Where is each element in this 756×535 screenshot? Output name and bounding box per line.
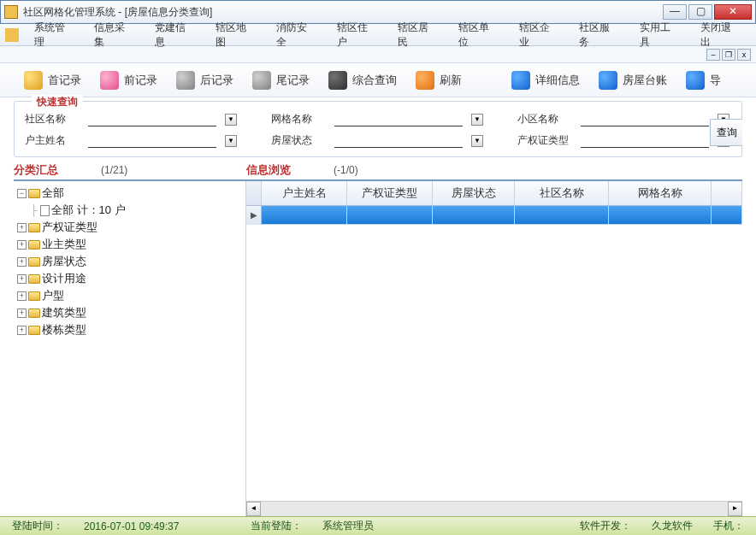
tree-all-detail[interactable]: ├ 全部 计：10 户 — [29, 202, 242, 219]
col-extra[interactable] — [712, 181, 742, 205]
menu-icon — [5, 28, 19, 42]
tb-first-record[interactable]: 首记录 — [17, 68, 88, 93]
tb-prev-record[interactable]: 前记录 — [93, 68, 164, 93]
menu-resident[interactable]: 辖区居民 — [387, 17, 448, 53]
expand-icon[interactable]: + — [17, 326, 27, 335]
tree-owner-type[interactable]: +业主类型 — [17, 236, 242, 253]
folder-icon — [28, 240, 40, 250]
expand-icon[interactable]: + — [17, 291, 27, 301]
info-browse-title: 信息浏览 — [246, 162, 291, 178]
toolbar: 首记录 前记录 后记录 尾记录 综合查询 刷新 详细信息 房屋台账 导 — [0, 63, 756, 97]
grid-name-input[interactable] — [334, 112, 463, 126]
tb-export[interactable]: 导 — [679, 68, 728, 93]
tree-root[interactable]: − 全部 — [17, 185, 242, 202]
col-community-name[interactable]: 社区名称 — [515, 181, 609, 205]
menu-exit[interactable]: 关闭退出 — [690, 17, 751, 53]
cert-type-input[interactable] — [581, 133, 709, 148]
menu-enterprise[interactable]: 辖区企业 — [509, 17, 570, 53]
scroll-track[interactable] — [261, 502, 728, 516]
xiaoqu-name-label: 小区名称 — [517, 112, 572, 126]
folder-icon — [28, 223, 40, 232]
expand-icon[interactable]: + — [17, 257, 27, 267]
cert-type-label: 产权证类型 — [517, 133, 572, 148]
scroll-left-button[interactable]: ◄ — [246, 502, 261, 516]
menu-info-collect[interactable]: 信息采集 — [84, 17, 145, 53]
owner-name-input[interactable] — [88, 133, 216, 148]
row-indicator-icon: ▶ — [246, 206, 262, 225]
expand-icon[interactable]: + — [17, 274, 27, 284]
next-record-icon — [176, 71, 195, 90]
first-record-icon — [24, 71, 43, 90]
info-count: (-1/0) — [334, 164, 358, 176]
grid-name-dropdown[interactable]: ▼ — [471, 114, 483, 126]
expand-icon[interactable]: + — [17, 309, 27, 318]
login-time: 2016-07-01 09:49:37 — [75, 520, 187, 532]
owner-name-dropdown[interactable]: ▼ — [225, 135, 237, 147]
document-icon — [40, 205, 50, 216]
tb-refresh[interactable]: 刷新 — [409, 68, 469, 93]
folder-icon — [28, 189, 40, 198]
expand-icon[interactable]: + — [17, 223, 27, 232]
community-name-label: 社区名称 — [25, 112, 80, 126]
tree-hu-type[interactable]: +户型 — [17, 287, 242, 304]
menu-map[interactable]: 辖区地图 — [205, 17, 266, 53]
community-name-dropdown[interactable]: ▼ — [225, 114, 237, 126]
tree-design-use[interactable]: +设计用途 — [17, 270, 242, 287]
login-time-label: 登陆时间： — [3, 519, 72, 533]
community-name-input[interactable] — [88, 112, 216, 126]
mdi-minimize[interactable]: – — [706, 49, 720, 61]
tree-house-status[interactable]: +房屋状态 — [17, 253, 242, 270]
refresh-icon — [416, 71, 434, 90]
grid-name-label: 网格名称 — [271, 112, 326, 126]
tb-house-ledger[interactable]: 房屋台账 — [592, 68, 674, 93]
app-icon — [4, 5, 18, 19]
search-button[interactable]: 查询 — [710, 119, 742, 146]
grid-row-selected[interactable]: ▶ — [246, 206, 742, 225]
tb-next-record[interactable]: 后记录 — [169, 68, 240, 93]
mdi-restore[interactable]: ❐ — [722, 49, 735, 61]
menubar: 系统管理 信息采集 党建信息 辖区地图 消防安全 辖区住户 辖区居民 辖区单位 … — [0, 24, 756, 46]
dev-label: 软件开发： — [571, 519, 640, 533]
menu-service[interactable]: 社区服务 — [569, 17, 629, 53]
col-cert-type[interactable]: 产权证类型 — [347, 181, 433, 205]
menu-tools[interactable]: 实用工具 — [629, 17, 690, 53]
tree-loudong-type[interactable]: +楼栋类型 — [17, 321, 242, 338]
combined-query-icon — [328, 71, 347, 90]
folder-icon — [28, 291, 40, 301]
collapse-icon[interactable]: − — [17, 189, 27, 198]
xiaoqu-name-input[interactable] — [581, 112, 709, 126]
expand-icon[interactable]: + — [17, 240, 27, 250]
house-status-dropdown[interactable]: ▼ — [471, 135, 483, 147]
menu-party[interactable]: 党建信息 — [145, 17, 205, 53]
current-login-label: 当前登陆： — [242, 519, 310, 533]
tb-last-record[interactable]: 尾记录 — [245, 68, 316, 93]
grid-header: 户主姓名 产权证类型 房屋状态 社区名称 网格名称 — [246, 181, 742, 206]
data-grid: 户主姓名 产权证类型 房屋状态 社区名称 网格名称 ▶ ◄ — [246, 181, 742, 516]
folder-icon — [28, 257, 40, 267]
tb-detail-info[interactable]: 详细信息 — [505, 68, 587, 93]
mdi-close[interactable]: x — [737, 49, 751, 61]
col-grid-name[interactable]: 网格名称 — [609, 181, 712, 205]
category-tree: − 全部 ├ 全部 计：10 户 +产权证类型 +业主类型 +房屋状态 +设计用… — [14, 181, 246, 516]
prev-record-icon — [100, 71, 119, 90]
tree-building-type[interactable]: +建筑类型 — [17, 304, 242, 321]
house-status-label: 房屋状态 — [271, 133, 326, 148]
tb-combined-query[interactable]: 综合查询 — [322, 68, 404, 93]
house-status-input[interactable] — [334, 133, 463, 148]
phone-label: 手机： — [705, 519, 753, 533]
export-icon — [686, 71, 705, 90]
menu-fire[interactable]: 消防安全 — [266, 17, 327, 53]
horizontal-scrollbar[interactable]: ◄ ► — [246, 501, 742, 516]
menu-household[interactable]: 辖区住户 — [327, 17, 387, 53]
dev-value: 久龙软件 — [643, 519, 701, 533]
owner-name-label: 户主姓名 — [25, 133, 80, 148]
query-title: 快速查询 — [32, 95, 83, 109]
menu-unit[interactable]: 辖区单位 — [448, 17, 509, 53]
content: 快速查询 社区名称▼ 网格名称▼ 小区名称▼ 户主姓名▼ 房屋状态▼ 产权证类型… — [0, 97, 756, 516]
col-owner-name[interactable]: 户主姓名 — [262, 181, 347, 205]
scroll-right-button[interactable]: ► — [728, 502, 742, 516]
grid-selector-col[interactable] — [246, 181, 262, 205]
tree-cert-type[interactable]: +产权证类型 — [17, 219, 242, 236]
menu-system[interactable]: 系统管理 — [24, 17, 85, 53]
col-house-status[interactable]: 房屋状态 — [433, 181, 515, 205]
